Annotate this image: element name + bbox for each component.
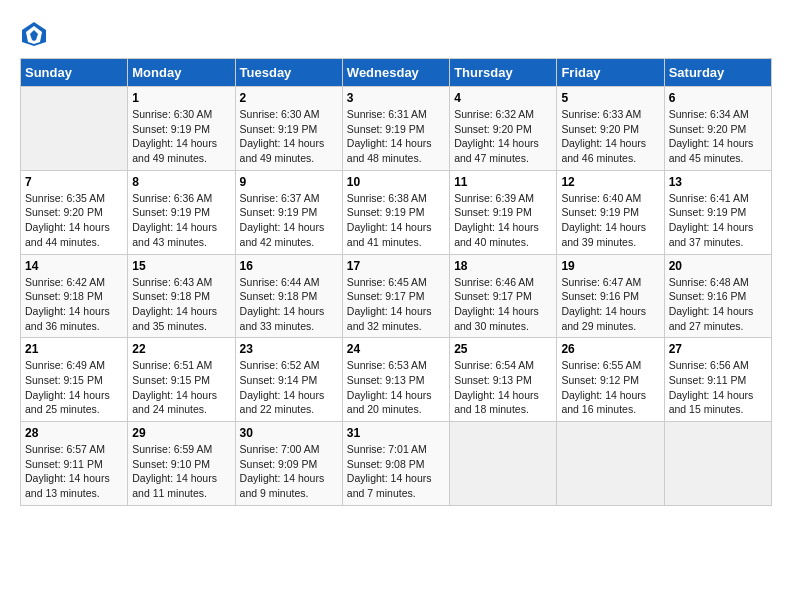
page-header xyxy=(20,20,772,48)
day-number: 23 xyxy=(240,342,338,356)
day-info: Sunrise: 6:51 AM Sunset: 9:15 PM Dayligh… xyxy=(132,358,230,417)
header-sunday: Sunday xyxy=(21,59,128,87)
day-number: 9 xyxy=(240,175,338,189)
day-info: Sunrise: 6:30 AM Sunset: 9:19 PM Dayligh… xyxy=(132,107,230,166)
day-info: Sunrise: 6:37 AM Sunset: 9:19 PM Dayligh… xyxy=(240,191,338,250)
day-info: Sunrise: 7:01 AM Sunset: 9:08 PM Dayligh… xyxy=(347,442,445,501)
day-info: Sunrise: 6:38 AM Sunset: 9:19 PM Dayligh… xyxy=(347,191,445,250)
day-info: Sunrise: 6:55 AM Sunset: 9:12 PM Dayligh… xyxy=(561,358,659,417)
week-row-2: 14Sunrise: 6:42 AM Sunset: 9:18 PM Dayli… xyxy=(21,254,772,338)
day-info: Sunrise: 6:59 AM Sunset: 9:10 PM Dayligh… xyxy=(132,442,230,501)
day-info: Sunrise: 6:34 AM Sunset: 9:20 PM Dayligh… xyxy=(669,107,767,166)
day-info: Sunrise: 6:31 AM Sunset: 9:19 PM Dayligh… xyxy=(347,107,445,166)
day-number: 27 xyxy=(669,342,767,356)
week-row-1: 7Sunrise: 6:35 AM Sunset: 9:20 PM Daylig… xyxy=(21,170,772,254)
calendar-cell: 30Sunrise: 7:00 AM Sunset: 9:09 PM Dayli… xyxy=(235,422,342,506)
day-number: 3 xyxy=(347,91,445,105)
day-info: Sunrise: 6:53 AM Sunset: 9:13 PM Dayligh… xyxy=(347,358,445,417)
week-row-4: 28Sunrise: 6:57 AM Sunset: 9:11 PM Dayli… xyxy=(21,422,772,506)
day-number: 22 xyxy=(132,342,230,356)
calendar-cell: 15Sunrise: 6:43 AM Sunset: 9:18 PM Dayli… xyxy=(128,254,235,338)
day-number: 4 xyxy=(454,91,552,105)
calendar-cell: 6Sunrise: 6:34 AM Sunset: 9:20 PM Daylig… xyxy=(664,87,771,171)
calendar-cell: 1Sunrise: 6:30 AM Sunset: 9:19 PM Daylig… xyxy=(128,87,235,171)
day-info: Sunrise: 6:33 AM Sunset: 9:20 PM Dayligh… xyxy=(561,107,659,166)
calendar-cell: 7Sunrise: 6:35 AM Sunset: 9:20 PM Daylig… xyxy=(21,170,128,254)
calendar-cell xyxy=(450,422,557,506)
day-number: 28 xyxy=(25,426,123,440)
calendar-cell xyxy=(557,422,664,506)
day-number: 6 xyxy=(669,91,767,105)
day-info: Sunrise: 6:36 AM Sunset: 9:19 PM Dayligh… xyxy=(132,191,230,250)
calendar-cell: 16Sunrise: 6:44 AM Sunset: 9:18 PM Dayli… xyxy=(235,254,342,338)
header-tuesday: Tuesday xyxy=(235,59,342,87)
day-info: Sunrise: 6:47 AM Sunset: 9:16 PM Dayligh… xyxy=(561,275,659,334)
calendar-table: SundayMondayTuesdayWednesdayThursdayFrid… xyxy=(20,58,772,506)
day-info: Sunrise: 6:56 AM Sunset: 9:11 PM Dayligh… xyxy=(669,358,767,417)
day-info: Sunrise: 6:40 AM Sunset: 9:19 PM Dayligh… xyxy=(561,191,659,250)
week-row-0: 1Sunrise: 6:30 AM Sunset: 9:19 PM Daylig… xyxy=(21,87,772,171)
week-row-3: 21Sunrise: 6:49 AM Sunset: 9:15 PM Dayli… xyxy=(21,338,772,422)
calendar-header-row: SundayMondayTuesdayWednesdayThursdayFrid… xyxy=(21,59,772,87)
day-info: Sunrise: 6:41 AM Sunset: 9:19 PM Dayligh… xyxy=(669,191,767,250)
calendar-cell: 26Sunrise: 6:55 AM Sunset: 9:12 PM Dayli… xyxy=(557,338,664,422)
calendar-cell: 20Sunrise: 6:48 AM Sunset: 9:16 PM Dayli… xyxy=(664,254,771,338)
logo-icon xyxy=(20,20,48,48)
calendar-cell: 17Sunrise: 6:45 AM Sunset: 9:17 PM Dayli… xyxy=(342,254,449,338)
day-number: 16 xyxy=(240,259,338,273)
day-number: 31 xyxy=(347,426,445,440)
header-monday: Monday xyxy=(128,59,235,87)
logo xyxy=(20,20,52,48)
calendar-cell xyxy=(21,87,128,171)
day-number: 20 xyxy=(669,259,767,273)
calendar-cell: 29Sunrise: 6:59 AM Sunset: 9:10 PM Dayli… xyxy=(128,422,235,506)
calendar-cell: 9Sunrise: 6:37 AM Sunset: 9:19 PM Daylig… xyxy=(235,170,342,254)
calendar-cell: 3Sunrise: 6:31 AM Sunset: 9:19 PM Daylig… xyxy=(342,87,449,171)
day-number: 8 xyxy=(132,175,230,189)
day-info: Sunrise: 6:43 AM Sunset: 9:18 PM Dayligh… xyxy=(132,275,230,334)
calendar-cell: 21Sunrise: 6:49 AM Sunset: 9:15 PM Dayli… xyxy=(21,338,128,422)
day-info: Sunrise: 6:52 AM Sunset: 9:14 PM Dayligh… xyxy=(240,358,338,417)
calendar-cell: 23Sunrise: 6:52 AM Sunset: 9:14 PM Dayli… xyxy=(235,338,342,422)
day-number: 15 xyxy=(132,259,230,273)
day-number: 10 xyxy=(347,175,445,189)
day-number: 17 xyxy=(347,259,445,273)
day-info: Sunrise: 6:35 AM Sunset: 9:20 PM Dayligh… xyxy=(25,191,123,250)
day-number: 30 xyxy=(240,426,338,440)
day-number: 12 xyxy=(561,175,659,189)
day-info: Sunrise: 6:54 AM Sunset: 9:13 PM Dayligh… xyxy=(454,358,552,417)
calendar-cell: 25Sunrise: 6:54 AM Sunset: 9:13 PM Dayli… xyxy=(450,338,557,422)
day-info: Sunrise: 6:49 AM Sunset: 9:15 PM Dayligh… xyxy=(25,358,123,417)
calendar-cell: 4Sunrise: 6:32 AM Sunset: 9:20 PM Daylig… xyxy=(450,87,557,171)
day-info: Sunrise: 6:48 AM Sunset: 9:16 PM Dayligh… xyxy=(669,275,767,334)
day-info: Sunrise: 6:30 AM Sunset: 9:19 PM Dayligh… xyxy=(240,107,338,166)
calendar-cell: 28Sunrise: 6:57 AM Sunset: 9:11 PM Dayli… xyxy=(21,422,128,506)
calendar-cell: 11Sunrise: 6:39 AM Sunset: 9:19 PM Dayli… xyxy=(450,170,557,254)
day-number: 25 xyxy=(454,342,552,356)
calendar-cell: 18Sunrise: 6:46 AM Sunset: 9:17 PM Dayli… xyxy=(450,254,557,338)
day-info: Sunrise: 6:32 AM Sunset: 9:20 PM Dayligh… xyxy=(454,107,552,166)
day-number: 7 xyxy=(25,175,123,189)
day-info: Sunrise: 7:00 AM Sunset: 9:09 PM Dayligh… xyxy=(240,442,338,501)
calendar-cell: 10Sunrise: 6:38 AM Sunset: 9:19 PM Dayli… xyxy=(342,170,449,254)
day-info: Sunrise: 6:39 AM Sunset: 9:19 PM Dayligh… xyxy=(454,191,552,250)
day-number: 19 xyxy=(561,259,659,273)
day-number: 13 xyxy=(669,175,767,189)
calendar-cell: 8Sunrise: 6:36 AM Sunset: 9:19 PM Daylig… xyxy=(128,170,235,254)
day-info: Sunrise: 6:46 AM Sunset: 9:17 PM Dayligh… xyxy=(454,275,552,334)
calendar-cell: 27Sunrise: 6:56 AM Sunset: 9:11 PM Dayli… xyxy=(664,338,771,422)
day-number: 26 xyxy=(561,342,659,356)
header-friday: Friday xyxy=(557,59,664,87)
calendar-cell: 22Sunrise: 6:51 AM Sunset: 9:15 PM Dayli… xyxy=(128,338,235,422)
calendar-cell: 19Sunrise: 6:47 AM Sunset: 9:16 PM Dayli… xyxy=(557,254,664,338)
calendar-cell: 5Sunrise: 6:33 AM Sunset: 9:20 PM Daylig… xyxy=(557,87,664,171)
calendar-cell: 12Sunrise: 6:40 AM Sunset: 9:19 PM Dayli… xyxy=(557,170,664,254)
header-thursday: Thursday xyxy=(450,59,557,87)
day-info: Sunrise: 6:45 AM Sunset: 9:17 PM Dayligh… xyxy=(347,275,445,334)
day-number: 24 xyxy=(347,342,445,356)
day-number: 29 xyxy=(132,426,230,440)
day-info: Sunrise: 6:42 AM Sunset: 9:18 PM Dayligh… xyxy=(25,275,123,334)
calendar-cell: 2Sunrise: 6:30 AM Sunset: 9:19 PM Daylig… xyxy=(235,87,342,171)
day-number: 21 xyxy=(25,342,123,356)
day-number: 1 xyxy=(132,91,230,105)
